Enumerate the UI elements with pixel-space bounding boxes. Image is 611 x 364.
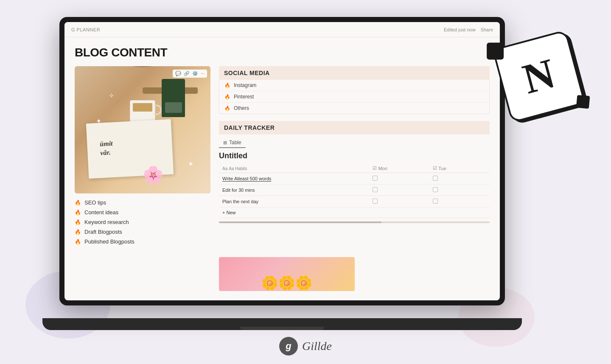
checkbox-tue-1[interactable]	[433, 176, 438, 181]
table-row: Write Atleast 500 words	[219, 173, 490, 185]
social-item-others[interactable]: 🔥 Others	[219, 103, 489, 114]
flame-icon-5: 🔥	[75, 239, 81, 245]
page-title: BLOG CONTENT	[75, 46, 490, 59]
candle-label	[165, 102, 182, 113]
sparkle-3: ✧	[109, 92, 114, 100]
flame-icon-4: 🔥	[75, 229, 81, 235]
daily-tracker-header: DAILY TRACKER	[219, 121, 490, 134]
flame-icon-pinterest: 🔥	[224, 94, 230, 100]
others-label: Others	[234, 105, 249, 111]
candle	[162, 79, 185, 117]
table-row: Edit for 30 mins	[219, 185, 490, 196]
flame-icon-others: 🔥	[224, 106, 230, 111]
tab-table-label: Table	[229, 140, 241, 146]
notion-cube-corner-tl	[487, 43, 504, 60]
flowers: 🌸	[143, 165, 164, 185]
checkbox-mon-2[interactable]	[373, 187, 378, 192]
edited-label: Edited just now	[444, 27, 476, 32]
content-grid: ümitvâr. 🌸 ✦ ✦ ✧	[75, 66, 490, 291]
tue-cell-3[interactable]	[429, 196, 490, 207]
right-bottom-area: 🌼🌼🌼	[219, 257, 490, 291]
laptop-screen-frame: G PLANNER Edited just now Share BLOG CON…	[59, 17, 505, 305]
cup-handle	[154, 105, 162, 115]
habit-cell-1: Write Atleast 500 words	[219, 173, 369, 185]
notion-letter: N	[519, 52, 559, 101]
social-media-header: SOCIAL MEDIA	[219, 66, 490, 80]
table-row-new: + New	[219, 207, 490, 218]
nav-link-keyword[interactable]: 🔥 Keyword research	[75, 218, 210, 226]
nav-link-draft[interactable]: 🔥 Draft Blogposts	[75, 228, 210, 236]
screen-main: BLOG CONTENT	[64, 37, 500, 300]
candle-lid	[130, 66, 155, 67]
habit-label-3: Plan the next day	[222, 199, 258, 204]
col-header-mon: ☑ Mon	[369, 164, 429, 173]
tracker-tab-table[interactable]: ⊞ Table	[219, 138, 246, 148]
habits-col-icon: Aa Aa Habits	[222, 166, 247, 171]
hero-image-bg: ümitvâr. 🌸 ✦ ✦ ✧	[75, 66, 210, 193]
habit-label-1: Write Atleast 500 words	[222, 176, 271, 181]
tracker-scrollbar	[219, 221, 490, 223]
comment-icon[interactable]: 💬	[175, 71, 181, 76]
gillde-letter: g	[286, 341, 291, 352]
breadcrumb: G PLANNER	[71, 27, 100, 32]
mon-cell-1[interactable]	[369, 173, 429, 185]
new-row-cell[interactable]: + New	[219, 207, 490, 218]
gillde-logo: g Gillde	[279, 337, 332, 356]
tue-col-wrapper: ☑ Tue	[433, 165, 446, 171]
scrollbar-thumb	[219, 221, 381, 223]
social-media-items: 🔥 Instagram 🔥 Pinterest 🔥	[219, 80, 490, 114]
col-header-habits: Aa Aa Habits	[219, 164, 369, 173]
nav-links: 🔥 SEO tips 🔥 Content ideas 🔥 Keyword re	[75, 199, 210, 246]
mon-cell-2[interactable]	[369, 185, 429, 196]
flame-icon-3: 🔥	[75, 219, 81, 225]
nav-label-published: Published Blogposts	[84, 238, 135, 245]
mon-cell-3[interactable]	[369, 196, 429, 207]
nav-link-published[interactable]: 🔥 Published Blogposts	[75, 238, 210, 246]
checkbox-mon-3[interactable]	[373, 199, 378, 204]
settings-icon[interactable]: ⚙️	[192, 71, 198, 76]
checkbox-tue-2[interactable]	[433, 187, 438, 192]
checkbox-tue-3[interactable]	[433, 199, 438, 204]
text-icon: Aa	[222, 166, 227, 171]
hero-image: ümitvâr. 🌸 ✦ ✦ ✧	[75, 66, 210, 193]
right-column: SOCIAL MEDIA 🔥 Instagram 🔥 Pinterest	[219, 66, 490, 291]
image-toolbar[interactable]: 💬 🔗 ⚙️ ···	[173, 70, 207, 78]
instagram-label: Instagram	[234, 82, 256, 88]
sparkle-1: ✦	[96, 117, 101, 125]
tue-cell-1[interactable]	[429, 173, 490, 185]
tracker-tab-row: ⊞ Table	[219, 138, 490, 148]
laptop-base	[42, 318, 522, 330]
laptop-wrapper: G PLANNER Edited just now Share BLOG CON…	[59, 17, 526, 318]
new-row-label: + New	[222, 210, 236, 215]
table-row: Plan the next day	[219, 196, 490, 207]
gillde-brand-name: Gillde	[302, 339, 332, 353]
flame-icon-1: 🔥	[75, 200, 81, 206]
laptop-screen: G PLANNER Edited just now Share BLOG CON…	[64, 22, 500, 300]
daily-tracker-section: DAILY TRACKER ⊞ Table Untitled	[219, 121, 490, 250]
sparkle-2: ✦	[188, 160, 193, 168]
notion-cube-inner: N	[492, 30, 586, 123]
tracker-table: Aa Aa Habits ☑ Mon	[219, 164, 490, 218]
habit-cell-3: Plan the next day	[219, 196, 369, 207]
tue-cell-2[interactable]	[429, 185, 490, 196]
checkbox-mon-1[interactable]	[373, 176, 378, 181]
screen-header: G PLANNER Edited just now Share	[64, 22, 500, 37]
notion-cube: N	[501, 38, 586, 123]
nav-link-seo[interactable]: 🔥 SEO tips	[75, 199, 210, 207]
tracker-untitled: Untitled	[219, 151, 490, 160]
social-item-pinterest[interactable]: 🔥 Pinterest	[219, 91, 489, 103]
nav-label-content: Content ideas	[84, 209, 118, 216]
share-button[interactable]: Share	[481, 27, 493, 32]
checkbox-icon-tue: ☑	[433, 165, 437, 171]
nav-link-content[interactable]: 🔥 Content ideas	[75, 208, 210, 216]
social-item-instagram[interactable]: 🔥 Instagram	[219, 80, 489, 91]
more-icon[interactable]: ···	[201, 71, 205, 76]
habit-cell-2: Edit for 30 mins	[219, 185, 369, 196]
bottom-image-bg: 🌼🌼🌼	[219, 257, 355, 291]
flame-icon-instagram: 🔥	[224, 83, 230, 88]
table-grid-icon: ⊞	[223, 140, 227, 146]
flame-icon-2: 🔥	[75, 210, 81, 216]
checkbox-icon-mon: ☑	[373, 165, 377, 171]
mon-label: Mon	[378, 166, 387, 171]
link-icon[interactable]: 🔗	[184, 71, 190, 76]
